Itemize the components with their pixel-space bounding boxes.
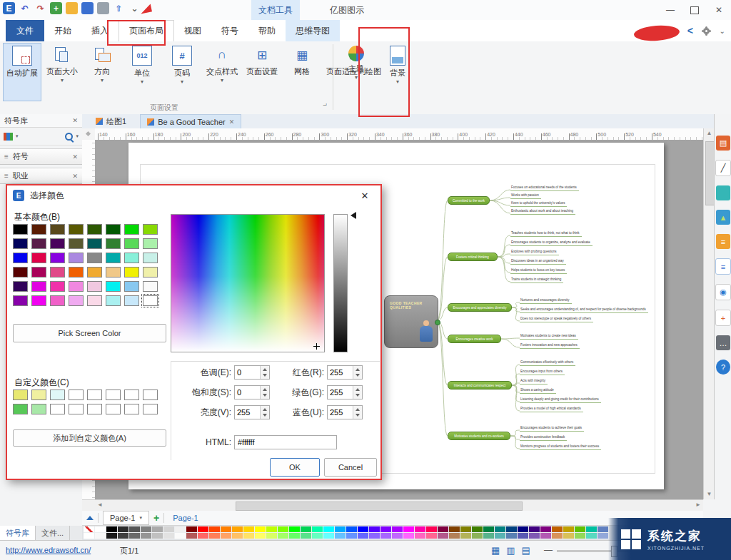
custom-color-swatch[interactable] xyxy=(106,404,121,414)
basic-color-swatch[interactable] xyxy=(143,267,158,278)
dialog-titlebar[interactable]: E 选择颜色 ✕ xyxy=(7,185,380,205)
basic-color-swatch[interactable] xyxy=(87,238,102,249)
palette-swatch[interactable] xyxy=(483,526,495,533)
palette-swatch[interactable] xyxy=(369,533,380,539)
palette-swatch[interactable] xyxy=(301,526,312,533)
red-input[interactable] xyxy=(328,366,353,379)
basic-color-swatch[interactable] xyxy=(50,267,65,278)
palette-swatch[interactable] xyxy=(152,526,163,533)
palette-swatch[interactable] xyxy=(552,526,563,533)
collapse-indicator-icon[interactable] xyxy=(435,320,440,325)
palette-swatch[interactable] xyxy=(403,526,415,533)
palette-swatch[interactable] xyxy=(575,526,586,533)
palette-swatch[interactable] xyxy=(266,533,278,539)
color-picker-crosshair-icon[interactable] xyxy=(313,343,320,350)
mindmap-main-topic[interactable]: Interacts and communicates respect xyxy=(448,381,512,390)
bottom-tab-file[interactable]: 文件... xyxy=(36,526,70,540)
mindmap-subtopic[interactable]: Encourages students to organize, analyze… xyxy=(510,240,593,246)
page-tab-dropdown-icon[interactable]: ▾ xyxy=(139,515,142,521)
library-icon[interactable] xyxy=(4,133,13,141)
ribbon-button-page-number[interactable]: #页码▾ xyxy=(163,43,201,101)
palette-swatch[interactable] xyxy=(415,526,426,533)
basic-color-swatch[interactable] xyxy=(124,238,139,249)
horizontal-scrollbar-thumb[interactable] xyxy=(236,502,523,511)
ribbon-tab-6[interactable]: 思维导图 xyxy=(286,20,340,41)
palette-swatch[interactable] xyxy=(118,526,129,533)
palette-swatch[interactable] xyxy=(278,533,289,539)
ribbon-tab-4[interactable]: 符号 xyxy=(211,20,248,41)
mindmap-main-topic[interactable]: Encourages and appreciates diversity xyxy=(448,303,512,312)
add-to-custom-colors-button[interactable]: 添加到自定义颜色(A) xyxy=(13,429,166,447)
palette-swatch[interactable] xyxy=(518,533,529,539)
palette-swatch[interactable] xyxy=(129,533,141,539)
palette-swatch[interactable] xyxy=(518,526,529,533)
section-symbols[interactable]: ≡ 符号 ✕ xyxy=(0,148,82,165)
custom-color-swatch[interactable] xyxy=(69,390,84,400)
palette-swatch[interactable] xyxy=(84,533,95,539)
basic-color-swatch[interactable] xyxy=(69,281,84,292)
palette-swatch[interactable] xyxy=(95,533,106,539)
scroll-down-icon[interactable]: ▼ xyxy=(704,489,715,499)
value-slider-marker-icon[interactable] xyxy=(351,212,356,219)
dialog-launcher-icon[interactable]: ⌐ xyxy=(323,101,327,109)
palette-swatch[interactable] xyxy=(380,526,392,533)
palette-swatch[interactable] xyxy=(460,526,472,533)
spinner-arrows-icon[interactable] xyxy=(353,366,362,379)
basic-color-swatch[interactable] xyxy=(13,253,28,263)
basic-color-swatch[interactable] xyxy=(31,238,46,249)
palette-swatch[interactable] xyxy=(495,533,506,539)
palette-swatch[interactable] xyxy=(84,526,95,533)
custom-color-swatch[interactable] xyxy=(124,404,139,414)
palette-swatch[interactable] xyxy=(483,533,495,539)
palette-swatch[interactable] xyxy=(243,526,255,533)
mindmap-subtopic[interactable]: Nurtures and encourages diversity xyxy=(520,298,572,304)
mindmap-subtopic[interactable]: Enthusiastic about work and about teachi… xyxy=(510,209,575,215)
custom-color-swatch[interactable] xyxy=(69,404,84,414)
ribbon-tab-3[interactable]: 视图 xyxy=(174,20,211,41)
mindmap-main-topic[interactable]: Committed to the work xyxy=(448,196,490,205)
mindmap-subtopic[interactable]: Motivates students to create new ideas xyxy=(520,334,578,340)
horizontal-scrollbar[interactable]: ◄ ► xyxy=(95,499,703,511)
mindmap-subtopic[interactable]: Encourages students to achieve their goa… xyxy=(520,426,584,432)
library-dropdown-icon[interactable]: ▾ xyxy=(16,133,19,139)
basic-color-swatch[interactable] xyxy=(69,295,84,306)
ribbon-button-page-size[interactable]: 页面大小▾ xyxy=(43,43,81,101)
basic-color-swatch[interactable] xyxy=(31,267,46,278)
vertical-scrollbar[interactable]: ▲ ▼ xyxy=(703,128,715,499)
hue-input[interactable] xyxy=(235,366,260,379)
mindmap-subtopic[interactable]: Communicates effectively with others xyxy=(520,360,575,366)
edrawsoft-link[interactable]: http://www.edrawsoft.cn/ xyxy=(6,546,91,554)
custom-color-swatch[interactable] xyxy=(87,390,102,400)
palette-swatch[interactable] xyxy=(209,533,221,539)
dialog-close-icon[interactable]: ✕ xyxy=(355,190,375,201)
mindmap-main-topic[interactable]: Encourages creative work xyxy=(448,335,501,343)
page-tab[interactable]: Page-1 ▾ xyxy=(103,511,149,525)
palette-swatch[interactable] xyxy=(506,533,518,539)
format-painter-icon[interactable]: ╱ xyxy=(715,160,731,176)
mindmap-subtopic[interactable]: Provides a model of high ethical standar… xyxy=(520,407,583,412)
close-section-icon[interactable]: ✕ xyxy=(72,173,78,180)
palette-swatch[interactable] xyxy=(186,533,198,539)
palette-swatch[interactable] xyxy=(392,533,403,539)
pick-screen-color-button[interactable]: Pick Screen Color xyxy=(13,324,166,342)
custom-color-swatch[interactable] xyxy=(87,404,102,414)
basic-color-swatch[interactable] xyxy=(106,267,121,278)
scroll-right-icon[interactable]: ► xyxy=(693,500,703,510)
spinner-arrows-icon[interactable] xyxy=(260,366,269,379)
palette-swatch[interactable] xyxy=(186,526,198,533)
open-folder-icon[interactable] xyxy=(66,2,78,14)
html-color-input[interactable] xyxy=(234,435,337,449)
task-panel-icon[interactable]: + xyxy=(715,310,731,326)
basic-color-swatch[interactable] xyxy=(50,295,65,306)
tab-file[interactable]: 文件 xyxy=(6,20,44,41)
print-icon[interactable] xyxy=(97,2,109,14)
mindmap-subtopic[interactable]: Focuses on educational needs of the stud… xyxy=(510,185,579,191)
scroll-left-icon[interactable]: ◄ xyxy=(95,500,105,510)
palette-swatch[interactable] xyxy=(335,533,346,539)
palette-swatch[interactable] xyxy=(449,526,460,533)
ribbon-button-grid[interactable]: ▦网格 xyxy=(283,43,321,101)
basic-color-swatch[interactable] xyxy=(124,281,139,292)
help-panel-icon[interactable]: ? xyxy=(716,360,730,375)
custom-color-swatch[interactable] xyxy=(50,390,65,400)
palette-swatch[interactable] xyxy=(232,526,243,533)
